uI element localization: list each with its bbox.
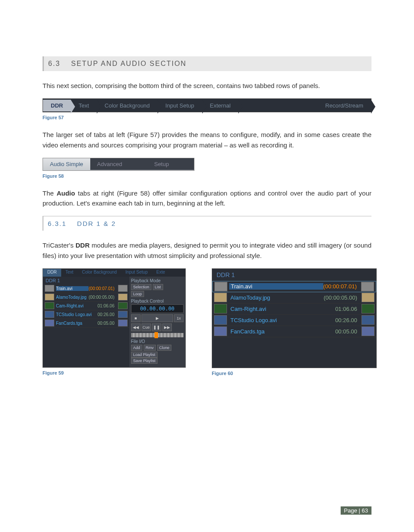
section-title: SETUP AND AUDIO SECTION [71,60,187,67]
subsection-header: 6.3.1 DDR 1 & 2 [43,216,371,231]
paragraph-1: This next section, comprising the bottom… [43,81,371,91]
tab-record-stream[interactable]: Record/Stream [318,100,371,111]
figure-57-caption: Figure 57 [43,115,371,120]
mode-selection-button[interactable]: Selection [131,284,151,290]
tab-ddr[interactable]: DDR [43,100,71,111]
play-button[interactable]: ▶ [141,314,173,322]
file-name: FanCards.tga [229,328,335,335]
list-item[interactable]: Cam-Right.avi01:06.06 [212,304,376,315]
list-item[interactable]: AlamoToday.jpg(00:00:05.00) [212,292,376,304]
tab-setup[interactable]: Setup [129,158,194,170]
ddr-panel-small: DDR Text Color Background Input Setup Ex… [43,268,186,368]
pt-exte[interactable]: Exte [152,269,169,277]
ddr-right-pane: Playback Mode Selection List Loop Playba… [129,277,185,367]
tab-advanced[interactable]: Advanced [90,158,129,170]
tab-external[interactable]: External [202,100,239,111]
thumbnail-icon [118,311,128,318]
thumbnail-icon [361,304,375,313]
thumbnail-icon [118,285,128,292]
file-duration: 00:05.00 [98,321,116,326]
file-duration: 01:06.06 [335,306,360,312]
file-duration: 01:06.06 [98,304,116,308]
tab-color-background[interactable]: Color Background [97,100,158,111]
thumbnail-icon [214,293,227,302]
figure-60-caption: Figure 60 [212,371,377,376]
file-name: Train.avi [56,286,89,291]
paragraph-3: The Audio tabs at right (Figure 58) offe… [43,188,371,209]
figure-60: DDR 1 Train.avi(00:00:07.01)AlamoToday.j… [212,268,377,385]
mode-list-button[interactable]: List [153,284,163,290]
pt-colorbg[interactable]: Color Background [78,269,121,277]
figure-58-caption: Figure 58 [43,173,371,179]
ddr-left-pane: DDR 1 Train.avi(00:00:07.01)AlamoToday.j… [43,277,129,367]
load-playlist-button[interactable]: Load Playlist [131,352,158,358]
thumbnail-icon [45,302,54,309]
thumbnail-icon [361,315,375,325]
figure-59: DDR Text Color Background Input Setup Ex… [43,268,186,385]
figure-58-tabbar: Audio Simple Advanced Setup [43,158,194,171]
figure-57-tabbar: DDR Text Color Background Input Setup Ex… [43,98,371,112]
file-name: FanCards.tga [56,321,98,326]
list-item[interactable]: Cam-Right.avi01:06.06 [43,302,129,310]
playback-control-label: Playback Control [131,299,184,304]
playback-timecode: 00.00.00.00 [131,304,184,313]
mode-loop-button[interactable]: Loop [131,291,144,297]
file-duration: (00:00:05.00) [324,294,360,301]
subsection-number: 6.3.1 [48,220,66,227]
section-number: 6.3 [48,60,60,67]
pause-button[interactable]: ❚❚ [152,323,161,331]
ddr-panel-tabs: DDR Text Color Background Input Setup Ex… [43,269,185,277]
list-item[interactable]: FanCards.tga00:05.00 [43,319,129,328]
add-button[interactable]: Add [131,345,142,351]
thumbnail-icon [361,326,375,336]
subsection-title: DDR 1 & 2 [77,220,116,227]
figure-row: DDR Text Color Background Input Setup Ex… [43,268,371,385]
file-name: AlamoToday.jpg [229,294,324,301]
playback-mode-label: Playback Mode [131,278,184,283]
ddr-1-label-large: DDR 1 [212,269,376,281]
file-duration: (00:00:05.00) [89,295,116,300]
save-playlist-button[interactable]: Save Playlist [131,358,158,364]
thumbnail-icon [214,304,227,313]
thumbnail-icon [118,302,128,309]
file-name: AlamoToday.jpg [56,295,89,300]
file-name: TCStudio Logo.avi [229,317,335,323]
list-item[interactable]: FanCards.tga00:05.00 [212,326,376,337]
thumbnail-icon [118,294,128,300]
file-name: Cam-Right.avi [56,304,98,308]
cue-button[interactable]: Cue [141,323,151,331]
tab-audio-simple[interactable]: Audio Simple [43,158,90,170]
tab-input-setup[interactable]: Input Setup [158,100,202,111]
list-item[interactable]: TCStudio Logo.avi00:26.00 [212,315,376,326]
file-duration: (00:00:07.01) [89,286,116,291]
stop-button[interactable]: ■ [131,314,141,322]
thumbnail-icon [45,285,54,292]
file-duration: 00:26.00 [335,317,360,323]
rewind-button[interactable]: ◀◀ [131,323,141,331]
thumbnail-icon [361,293,375,302]
list-item[interactable]: Train.avi(00:00:07.01) [212,281,376,292]
thumbnail-icon [214,326,227,336]
rmv-button[interactable]: Rmv [144,345,156,351]
ddr-playlist-large: Train.avi(00:00:07.01)AlamoToday.jpg(00:… [212,281,376,368]
thumbnail-icon [214,282,227,291]
thumbnail-icon [214,315,227,325]
scrub-bar[interactable] [131,333,184,337]
thumbnail-icon [118,320,128,326]
list-item[interactable]: AlamoToday.jpg(00:00:05.00) [43,293,129,302]
thumbnail-icon [45,294,54,300]
list-item[interactable]: Train.avi(00:00:07.01) [43,284,129,293]
ffwd-button[interactable]: ▶▶ [162,323,172,331]
speed-button[interactable]: 1x [174,314,184,322]
thumbnail-icon [45,320,54,326]
pt-ddr[interactable]: DDR [43,269,61,277]
pt-input[interactable]: Input Setup [121,269,152,277]
file-duration: (00:00:07.01) [323,283,359,290]
ddr-playlist: Train.avi(00:00:07.01)AlamoToday.jpg(00:… [43,284,129,367]
file-name: Train.avi [229,283,323,290]
list-item[interactable]: TCStudio Logo.avi00:26.00 [43,310,129,319]
paragraph-2: The larger set of tabs at left (Figure 5… [43,130,371,150]
clone-button[interactable]: Clone [157,345,172,351]
ddr-1-label: DDR 1 [43,277,129,284]
pt-text[interactable]: Text [61,269,78,277]
